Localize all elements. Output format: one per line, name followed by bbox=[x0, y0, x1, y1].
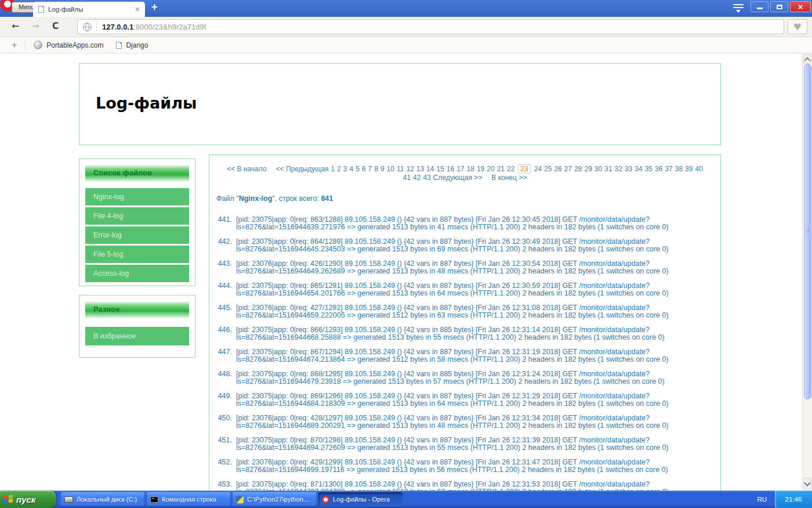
pagination-link[interactable]: 41 bbox=[403, 174, 411, 182]
log-entry-number: 441. bbox=[216, 216, 232, 231]
page-header-box: Log-файлы bbox=[79, 63, 721, 145]
pagination-link[interactable]: 13 bbox=[416, 165, 424, 173]
pagination-link[interactable]: 33 bbox=[625, 165, 632, 173]
taskbar-button[interactable]: Командная строка bbox=[147, 492, 231, 506]
file-info-line: Файл "Nginx-log", строк всего: 841 bbox=[216, 194, 720, 203]
pagination-link[interactable]: 43 bbox=[423, 174, 430, 182]
new-tab-button[interactable]: + bbox=[151, 1, 158, 13]
sidebar-file-link[interactable]: Access-log bbox=[85, 265, 189, 282]
pagination-link[interactable]: 36 bbox=[655, 165, 662, 173]
pagination-link[interactable]: 22 bbox=[507, 165, 514, 173]
minimize-button[interactable] bbox=[751, 1, 768, 12]
pagination-link[interactable]: 42 bbox=[413, 174, 420, 182]
sidebar-misc-link[interactable]: В избранное bbox=[85, 327, 189, 345]
pagination-link[interactable]: 32 bbox=[615, 165, 622, 173]
pagination-link[interactable]: Следующая >> bbox=[433, 174, 482, 182]
pagination-link[interactable]: 24 bbox=[534, 165, 542, 173]
scroll-up-button[interactable] bbox=[803, 54, 811, 64]
browser-tab[interactable]: Log-файлы × bbox=[33, 2, 145, 17]
sidebar-file-link[interactable]: File 4-log bbox=[85, 207, 189, 225]
pagination-link[interactable]: 26 bbox=[554, 165, 561, 173]
add-bookmark-button[interactable]: + bbox=[12, 40, 17, 51]
divider bbox=[25, 41, 26, 50]
maximize-button[interactable] bbox=[770, 1, 788, 12]
log-entry: 446.[pid: 23075|app: 0|req: 866/1293] 89… bbox=[216, 326, 720, 341]
pagination-link[interactable]: 17 bbox=[456, 165, 464, 173]
pagination-link[interactable]: 9 bbox=[380, 165, 385, 173]
forward-button[interactable]: → bbox=[32, 21, 39, 31]
address-bar-input[interactable]: 127.0.0.1:8000/23&h9r2a71d9f bbox=[77, 19, 784, 34]
tab-menu-icon[interactable] bbox=[733, 4, 744, 15]
log-line-2: ls=8276&lat=1516944689.200291 => generat… bbox=[236, 422, 669, 430]
pagination-link[interactable]: 2 bbox=[337, 165, 341, 173]
pagination-link[interactable]: 19 bbox=[477, 165, 484, 173]
taskbar-button[interactable]: Локальный диск (C:) bbox=[61, 492, 145, 506]
log-entry: 442.[pid: 23075|app: 0|req: 864/1289] 89… bbox=[216, 238, 720, 253]
log-entry-text: [pid: 23075|app: 0|req: 866/1293] 89.105… bbox=[236, 326, 665, 341]
pagination-link[interactable]: 21 bbox=[497, 165, 505, 173]
pagination-link[interactable]: << В начало bbox=[227, 165, 266, 173]
heart-icon: ♥ bbox=[793, 21, 802, 33]
pagination-link[interactable]: << Предыдущая bbox=[276, 165, 329, 173]
pagination-link[interactable]: 15 bbox=[436, 165, 444, 173]
pagination-link[interactable]: 38 bbox=[675, 165, 683, 173]
taskbar-button-label: Log-файлы - Opera bbox=[333, 496, 390, 503]
start-button[interactable]: пуск bbox=[0, 491, 56, 508]
pagination-link[interactable]: 18 bbox=[467, 165, 474, 173]
pagination-link[interactable]: 10 bbox=[387, 165, 394, 173]
language-indicator[interactable]: RU bbox=[757, 496, 767, 503]
pagination-link[interactable]: 7 bbox=[368, 165, 372, 173]
window-controls: × bbox=[751, 1, 811, 12]
pagination-link[interactable]: 8 bbox=[374, 165, 378, 173]
pagination-current-page: 23 bbox=[518, 164, 530, 174]
sidebar-file-link[interactable]: Nginx-log bbox=[85, 188, 189, 206]
pagination-link[interactable]: 29 bbox=[585, 165, 592, 173]
chevron-down-icon bbox=[804, 480, 810, 486]
back-button[interactable]: ← bbox=[12, 21, 19, 31]
bookmark-label: PortableApps.com bbox=[46, 41, 103, 49]
sidebar-file-link[interactable]: Error-log bbox=[85, 226, 189, 244]
bookmark-item[interactable]: Django bbox=[116, 41, 148, 49]
pagination-link[interactable]: 6 bbox=[362, 165, 366, 173]
line-count: 841 bbox=[321, 194, 333, 203]
pagination-link[interactable]: 25 bbox=[544, 165, 552, 173]
log-line-2: ls=8276&lat=1516944699.197116 => generat… bbox=[236, 466, 668, 474]
opera-icon bbox=[322, 496, 329, 503]
close-button[interactable]: × bbox=[790, 1, 811, 12]
pagination-link[interactable]: 1 bbox=[331, 165, 335, 173]
flag-red bbox=[4, 495, 8, 499]
tab-close-icon[interactable]: × bbox=[135, 5, 140, 13]
pagination-link[interactable]: 28 bbox=[574, 165, 582, 173]
pagination-link[interactable]: 35 bbox=[645, 165, 652, 173]
log-entry: 448.[pid: 23075|app: 0|req: 868/1295] 89… bbox=[216, 370, 720, 385]
pagination-link[interactable]: 3 bbox=[343, 165, 347, 173]
pagination-link[interactable]: 39 bbox=[685, 165, 693, 173]
pagination-link[interactable]: 31 bbox=[604, 165, 612, 173]
sidebar-file-link[interactable]: File 5-log bbox=[85, 246, 189, 263]
bookmark-page-button[interactable]: ♥ bbox=[788, 19, 807, 34]
scroll-down-button[interactable] bbox=[803, 478, 811, 489]
pagination-link[interactable]: 4 bbox=[349, 165, 353, 173]
pagination-link[interactable]: В конец >> bbox=[491, 174, 527, 182]
reload-button[interactable]: C bbox=[52, 21, 59, 31]
flag-yellow bbox=[9, 499, 13, 503]
pagination-link[interactable]: 40 bbox=[695, 165, 702, 173]
bookmark-item[interactable]: PortableApps.com bbox=[34, 41, 103, 49]
pagination-link[interactable]: 16 bbox=[447, 165, 454, 173]
pagination-link[interactable]: 30 bbox=[594, 165, 602, 173]
pagination-link[interactable]: 37 bbox=[665, 165, 672, 173]
pagination-link[interactable]: 5 bbox=[356, 165, 360, 173]
taskbar-button[interactable]: Log-файлы - Opera bbox=[318, 492, 403, 506]
taskbar-button[interactable]: C:\Python27\python.... bbox=[233, 492, 317, 506]
log-entry: 445.[pid: 23076|app: 0|req: 427/1292] 89… bbox=[216, 304, 720, 319]
log-entry-list: 441.[pid: 23075|app: 0|req: 863/1288] 89… bbox=[216, 216, 720, 491]
pagination-link[interactable]: 11 bbox=[397, 165, 404, 173]
pagination-link[interactable]: 34 bbox=[635, 165, 642, 173]
pagination-link[interactable]: 27 bbox=[564, 165, 572, 173]
pagination-link[interactable]: 20 bbox=[487, 165, 494, 173]
pagination-link[interactable]: 14 bbox=[426, 165, 434, 173]
scrollbar-thumb[interactable] bbox=[804, 64, 811, 399]
pagination-link[interactable]: 12 bbox=[406, 165, 414, 173]
vertical-scrollbar[interactable] bbox=[802, 53, 812, 491]
speed-dial-button[interactable] bbox=[70, 23, 77, 31]
